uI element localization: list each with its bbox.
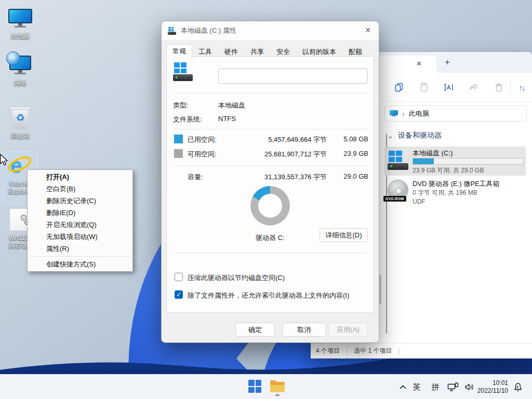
share-icon[interactable] [468, 81, 480, 94]
usage-donut [250, 186, 290, 225]
capacity-bar [413, 158, 524, 165]
dvd-name: DVD 驱动器 (E:) 微PE工具箱 [413, 179, 500, 189]
tab-previous-versions[interactable]: 以前的版本 [296, 45, 342, 60]
free-space-bytes: 25,681,907,712 字节 [228, 150, 327, 159]
drive-icon-large [173, 62, 193, 82]
dvd-rom-badge: DVD-ROM [383, 196, 406, 202]
desktop-icon-label: 网络 [3, 79, 38, 87]
copy-icon[interactable] [393, 81, 405, 94]
notification-bell-icon[interactable]: z [510, 375, 526, 399]
network-icon [3, 52, 38, 78]
type-label: 类型: [173, 101, 189, 110]
tab-quota[interactable]: 配额 [342, 45, 368, 60]
menu-item-properties[interactable]: 属性(R) [28, 243, 132, 255]
status-divider: | [346, 348, 348, 355]
properties-dialog: 本地磁盘 (C:) 属性 ✕ 常规 工具 硬件 共享 安全 以前的版本 配额 类… [161, 21, 379, 343]
ok-button[interactable]: 确定 [235, 323, 275, 337]
index-checkbox[interactable]: ✓ [175, 290, 183, 299]
svg-text:z: z [516, 385, 518, 389]
ime-mode-indicator[interactable]: 拼 [428, 375, 443, 399]
menu-item-delete-ie[interactable]: 删除IE(D) [28, 207, 132, 219]
file-explorer-taskbar-icon[interactable] [270, 379, 285, 393]
used-space-label: 已用空间: [188, 135, 217, 144]
item-count: 4 个项目 [316, 347, 340, 355]
type-value: 本地磁盘 [218, 101, 245, 110]
taskbar-clock[interactable]: 10:01 2022/11/10 [477, 375, 508, 399]
used-space-legend-swatch [174, 135, 183, 143]
volume-label-input[interactable] [218, 69, 368, 84]
new-tab-button[interactable]: + [445, 57, 450, 68]
sort-icon[interactable]: ↑↓ [515, 81, 528, 94]
capacity-bar-fill [413, 158, 434, 164]
close-icon[interactable]: ✕ [365, 26, 371, 34]
desktop-icon-label: 回收站 [3, 132, 38, 140]
tab-general[interactable]: 常规 [166, 44, 192, 60]
desktop-icon-recycle-bin[interactable]: ♻ 回收站 [3, 105, 38, 140]
dvd-filesystem: UDF [413, 198, 425, 205]
toolbar-separator [510, 81, 511, 94]
network-icon[interactable] [446, 375, 460, 399]
divider [173, 252, 367, 253]
tab-security[interactable]: 安全 [270, 45, 296, 60]
filesystem-label: 文件系统: [173, 115, 202, 124]
desktop-icon-network[interactable]: 网络 [3, 52, 38, 87]
drive-caption: 23.9 GB 可用, 共 29.0 GB [413, 166, 484, 175]
status-bar: 4 个项目 | 选中 1 个项目 | [311, 343, 532, 358]
filesystem-value: NTFS [218, 115, 236, 123]
start-button[interactable] [248, 380, 261, 393]
paste-icon[interactable] [418, 81, 430, 94]
menu-item-open[interactable]: 打开(A) [28, 171, 132, 183]
menu-item-inprivate[interactable]: 开启无痕浏览(Q) [28, 219, 132, 231]
dialog-tabs: 常规 工具 硬件 共享 安全 以前的版本 配额 [166, 44, 368, 60]
tab-tools[interactable]: 工具 [192, 45, 218, 60]
breadcrumb-location[interactable]: 此电脑 [409, 109, 429, 118]
compress-checkbox[interactable]: ✓ [175, 273, 183, 281]
capacity-label: 容量: [188, 172, 203, 182]
status-divider: | [398, 348, 400, 355]
free-space-size: 23.9 GB [332, 150, 368, 157]
volume-icon[interactable] [462, 375, 477, 399]
apply-button[interactable]: 应用(A) [328, 323, 368, 337]
capacity-bytes: 31,139,557,376 字节 [228, 172, 327, 182]
menu-item-create-shortcut[interactable]: 创建快捷方式(S) [28, 258, 132, 270]
menu-item-delete-history[interactable]: 删除历史记录(C) [28, 195, 132, 207]
dvd-caption: 0 字节 可用, 共 196 MB [413, 189, 477, 197]
free-space-legend-swatch [174, 149, 183, 158]
rename-icon[interactable]: A [443, 81, 455, 94]
desktop-icon-label: 此电脑 [3, 33, 38, 41]
details-button[interactable]: 详细信息(D) [320, 228, 368, 242]
dialog-title: 本地磁盘 (C:) 属性 [181, 26, 236, 35]
divider [173, 129, 367, 129]
dialog-title-bar[interactable]: 本地磁盘 (C:) 属性 ✕ [162, 21, 379, 40]
taskbar: 英 拼 10:01 2022/11/10 z [0, 374, 532, 399]
this-pc-mini-icon [390, 110, 398, 117]
divider [173, 93, 367, 94]
svg-text:A: A [447, 84, 451, 90]
cancel-button[interactable]: 取消 [282, 323, 326, 337]
capacity-size: 29.0 GB [332, 172, 368, 180]
index-checkbox-label[interactable]: 除了文件属性外，还允许索引此驱动器上文件的内容(I) [188, 291, 349, 300]
compress-checkbox-label[interactable]: 压缩此驱动器以节约磁盘空间(C) [188, 273, 285, 283]
divider [173, 165, 367, 166]
tab-hardware[interactable]: 硬件 [218, 45, 244, 60]
menu-item-no-addons[interactable]: 无加载项启动(W) [28, 231, 132, 243]
dialog-drive-icon [168, 27, 176, 35]
tab-sharing[interactable]: 共享 [244, 45, 270, 60]
section-header-devices[interactable]: ⌄ 设备和驱动器 [388, 131, 442, 140]
menu-item-blank-page[interactable]: 空白页(B) [28, 183, 132, 195]
tray-chevron-up-icon[interactable] [396, 375, 409, 399]
recycle-bin-icon: ♻ [3, 105, 38, 131]
delete-icon[interactable] [493, 81, 505, 94]
breadcrumb[interactable]: › 此电脑 [384, 105, 527, 122]
running-app-indicator [275, 394, 280, 396]
free-space-label: 可用空间: [188, 150, 217, 159]
chevron-down-icon: ⌄ [388, 132, 393, 140]
ime-language-indicator[interactable]: 英 [409, 375, 424, 399]
clock-date: 2022/11/10 [477, 387, 508, 395]
drive-item-dvd[interactable]: DVD-ROM DVD 驱动器 (E:) 微PE工具箱 0 字节 可用, 共 1… [384, 179, 526, 210]
general-tab-page: 类型: 本地磁盘 文件系统: NTFS 已用空间: 5,457,649,664 … [166, 56, 374, 313]
chevron-right-icon: › [402, 110, 405, 118]
tab-close-icon[interactable]: ✕ [416, 60, 422, 68]
desktop-icon-this-pc[interactable]: 此电脑 [3, 5, 38, 41]
drive-item-c[interactable]: 本地磁盘 (C:) 23.9 GB 可用, 共 29.0 GB [384, 147, 526, 176]
